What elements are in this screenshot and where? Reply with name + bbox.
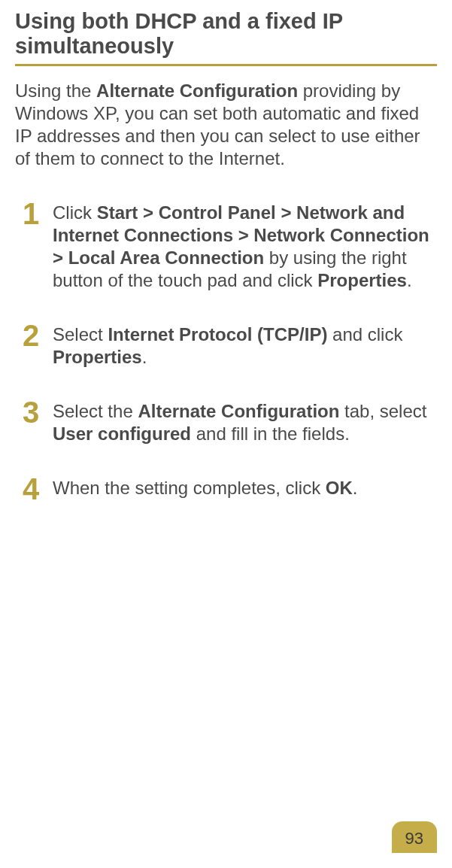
step-number: 4 (23, 475, 44, 502)
step-plain-text: . (353, 478, 358, 498)
step-text: Click Start > Control Panel > Network an… (53, 200, 437, 292)
intro-prefix: Using the (15, 80, 96, 101)
step-bold-text: OK (326, 478, 353, 498)
step-plain-text: tab, select (339, 401, 426, 421)
steps-list: 1 Click Start > Control Panel > Network … (15, 200, 437, 502)
step-plain-text: . (142, 347, 147, 367)
step-plain-text: and click (327, 324, 402, 344)
step-bold-text: User configured (53, 423, 191, 444)
step-2: 2 Select Internet Protocol (TCP/IP) and … (23, 322, 437, 369)
intro-paragraph: Using the Alternate Configuration provid… (15, 80, 437, 170)
step-text: Select the Alternate Configuration tab, … (53, 399, 437, 445)
step-4: 4 When the setting completes, click OK. (23, 475, 437, 502)
step-plain-text: and fill in the fields. (191, 423, 350, 444)
page-number: 93 (392, 821, 437, 853)
step-3: 3 Select the Alternate Configuration tab… (23, 399, 437, 445)
step-bold-text: Properties (317, 270, 407, 290)
step-plain-text: When the setting completes, click (53, 478, 326, 498)
step-bold-text: Properties (53, 347, 142, 367)
step-plain-text: Click (53, 202, 97, 223)
step-bold-text: Internet Protocol (TCP/IP) (108, 324, 327, 344)
step-number: 2 (23, 322, 44, 349)
step-text: Select Internet Protocol (TCP/IP) and cl… (53, 322, 437, 369)
intro-bold: Alternate Configuration (96, 80, 298, 101)
section-heading: Using both DHCP and a fixed IP simultane… (15, 9, 437, 66)
step-plain-text: . (407, 270, 412, 290)
step-number: 1 (23, 200, 44, 227)
step-number: 3 (23, 399, 44, 426)
step-1: 1 Click Start > Control Panel > Network … (23, 200, 437, 292)
step-plain-text: Select the (53, 401, 138, 421)
step-plain-text: Select (53, 324, 108, 344)
step-bold-text: Alternate Configuration (138, 401, 339, 421)
step-text: When the setting completes, click OK. (53, 475, 358, 499)
